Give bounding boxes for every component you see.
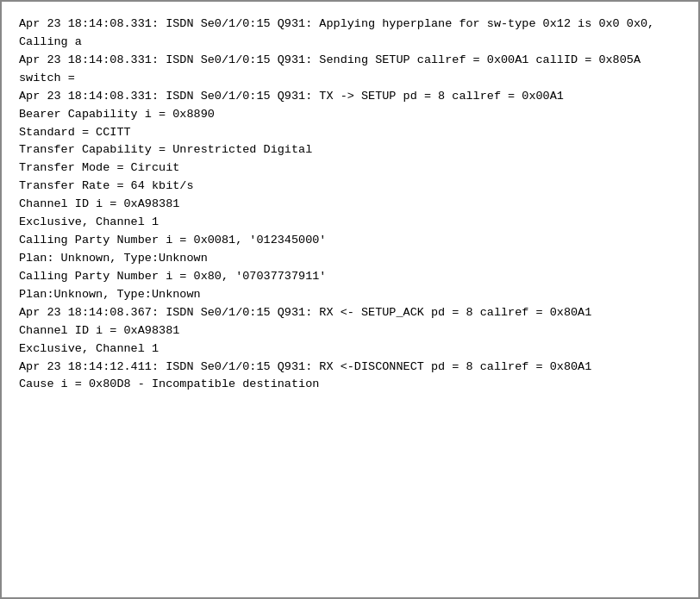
terminal-container: Apr 23 18:14:08.331: ISDN Se0/1/0:15 Q93…	[0, 0, 700, 599]
terminal-output: Apr 23 18:14:08.331: ISDN Se0/1/0:15 Q93…	[19, 16, 681, 394]
